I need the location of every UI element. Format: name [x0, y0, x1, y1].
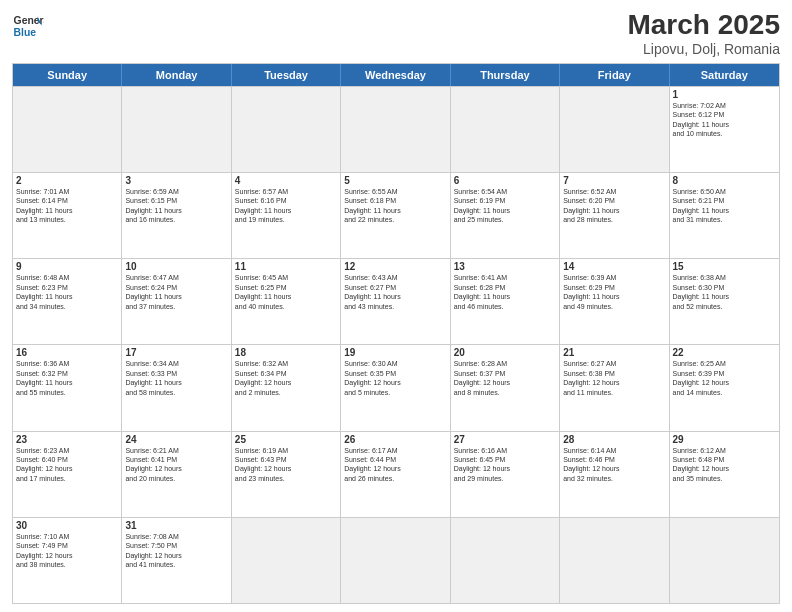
day-info: Sunrise: 6:48 AM Sunset: 6:23 PM Dayligh…: [16, 273, 118, 311]
day-info: Sunrise: 6:27 AM Sunset: 6:38 PM Dayligh…: [563, 359, 665, 397]
cal-cell: 18Sunrise: 6:32 AM Sunset: 6:34 PM Dayli…: [232, 345, 341, 430]
day-number: 11: [235, 261, 337, 272]
day-info: Sunrise: 6:50 AM Sunset: 6:21 PM Dayligh…: [673, 187, 776, 225]
day-info: Sunrise: 7:02 AM Sunset: 6:12 PM Dayligh…: [673, 101, 776, 139]
day-info: Sunrise: 7:10 AM Sunset: 7:49 PM Dayligh…: [16, 532, 118, 570]
day-info: Sunrise: 6:17 AM Sunset: 6:44 PM Dayligh…: [344, 446, 446, 484]
day-info: Sunrise: 6:12 AM Sunset: 6:48 PM Dayligh…: [673, 446, 776, 484]
calendar-body: 1Sunrise: 7:02 AM Sunset: 6:12 PM Daylig…: [13, 86, 779, 603]
week-row-6: 30Sunrise: 7:10 AM Sunset: 7:49 PM Dayli…: [13, 517, 779, 603]
day-number: 28: [563, 434, 665, 445]
week-row-5: 23Sunrise: 6:23 AM Sunset: 6:40 PM Dayli…: [13, 431, 779, 517]
day-number: 8: [673, 175, 776, 186]
cal-cell: 30Sunrise: 7:10 AM Sunset: 7:49 PM Dayli…: [13, 518, 122, 603]
day-info: Sunrise: 6:14 AM Sunset: 6:46 PM Dayligh…: [563, 446, 665, 484]
cal-cell: [670, 518, 779, 603]
day-info: Sunrise: 6:28 AM Sunset: 6:37 PM Dayligh…: [454, 359, 556, 397]
day-info: Sunrise: 6:47 AM Sunset: 6:24 PM Dayligh…: [125, 273, 227, 311]
day-number: 5: [344, 175, 446, 186]
day-info: Sunrise: 6:34 AM Sunset: 6:33 PM Dayligh…: [125, 359, 227, 397]
cal-cell: 29Sunrise: 6:12 AM Sunset: 6:48 PM Dayli…: [670, 432, 779, 517]
cal-cell: [232, 87, 341, 172]
day-number: 25: [235, 434, 337, 445]
cal-cell: [341, 87, 450, 172]
cal-cell: [341, 518, 450, 603]
day-info: Sunrise: 6:43 AM Sunset: 6:27 PM Dayligh…: [344, 273, 446, 311]
week-row-4: 16Sunrise: 6:36 AM Sunset: 6:32 PM Dayli…: [13, 344, 779, 430]
cal-cell: 8Sunrise: 6:50 AM Sunset: 6:21 PM Daylig…: [670, 173, 779, 258]
day-number: 15: [673, 261, 776, 272]
week-row-1: 1Sunrise: 7:02 AM Sunset: 6:12 PM Daylig…: [13, 86, 779, 172]
month-title: March 2025: [627, 10, 780, 41]
day-info: Sunrise: 6:54 AM Sunset: 6:19 PM Dayligh…: [454, 187, 556, 225]
cal-cell: 5Sunrise: 6:55 AM Sunset: 6:18 PM Daylig…: [341, 173, 450, 258]
calendar-header: SundayMondayTuesdayWednesdayThursdayFrid…: [13, 64, 779, 86]
cal-cell: [13, 87, 122, 172]
day-number: 3: [125, 175, 227, 186]
day-info: Sunrise: 6:36 AM Sunset: 6:32 PM Dayligh…: [16, 359, 118, 397]
cal-cell: 12Sunrise: 6:43 AM Sunset: 6:27 PM Dayli…: [341, 259, 450, 344]
day-number: 23: [16, 434, 118, 445]
cal-cell: 4Sunrise: 6:57 AM Sunset: 6:16 PM Daylig…: [232, 173, 341, 258]
day-info: Sunrise: 6:21 AM Sunset: 6:41 PM Dayligh…: [125, 446, 227, 484]
day-number: 21: [563, 347, 665, 358]
day-info: Sunrise: 6:45 AM Sunset: 6:25 PM Dayligh…: [235, 273, 337, 311]
cal-cell: 2Sunrise: 7:01 AM Sunset: 6:14 PM Daylig…: [13, 173, 122, 258]
header-day-thursday: Thursday: [451, 64, 560, 86]
day-number: 20: [454, 347, 556, 358]
logo-icon: General Blue: [12, 10, 44, 42]
day-info: Sunrise: 6:55 AM Sunset: 6:18 PM Dayligh…: [344, 187, 446, 225]
day-info: Sunrise: 7:08 AM Sunset: 7:50 PM Dayligh…: [125, 532, 227, 570]
header-day-monday: Monday: [122, 64, 231, 86]
day-info: Sunrise: 6:41 AM Sunset: 6:28 PM Dayligh…: [454, 273, 556, 311]
header-day-friday: Friday: [560, 64, 669, 86]
day-info: Sunrise: 6:59 AM Sunset: 6:15 PM Dayligh…: [125, 187, 227, 225]
cal-cell: [560, 518, 669, 603]
cal-cell: 22Sunrise: 6:25 AM Sunset: 6:39 PM Dayli…: [670, 345, 779, 430]
day-number: 31: [125, 520, 227, 531]
day-info: Sunrise: 6:30 AM Sunset: 6:35 PM Dayligh…: [344, 359, 446, 397]
cal-cell: [560, 87, 669, 172]
cal-cell: 19Sunrise: 6:30 AM Sunset: 6:35 PM Dayli…: [341, 345, 450, 430]
subtitle: Lipovu, Dolj, Romania: [627, 41, 780, 57]
day-number: 9: [16, 261, 118, 272]
day-info: Sunrise: 6:52 AM Sunset: 6:20 PM Dayligh…: [563, 187, 665, 225]
day-number: 24: [125, 434, 227, 445]
day-number: 17: [125, 347, 227, 358]
week-row-2: 2Sunrise: 7:01 AM Sunset: 6:14 PM Daylig…: [13, 172, 779, 258]
cal-cell: 7Sunrise: 6:52 AM Sunset: 6:20 PM Daylig…: [560, 173, 669, 258]
day-number: 30: [16, 520, 118, 531]
cal-cell: [232, 518, 341, 603]
page: General Blue March 2025 Lipovu, Dolj, Ro…: [0, 0, 792, 612]
header-day-tuesday: Tuesday: [232, 64, 341, 86]
day-info: Sunrise: 6:16 AM Sunset: 6:45 PM Dayligh…: [454, 446, 556, 484]
logo: General Blue: [12, 10, 44, 42]
cal-cell: 6Sunrise: 6:54 AM Sunset: 6:19 PM Daylig…: [451, 173, 560, 258]
day-info: Sunrise: 6:25 AM Sunset: 6:39 PM Dayligh…: [673, 359, 776, 397]
cal-cell: 25Sunrise: 6:19 AM Sunset: 6:43 PM Dayli…: [232, 432, 341, 517]
day-info: Sunrise: 6:32 AM Sunset: 6:34 PM Dayligh…: [235, 359, 337, 397]
cal-cell: 21Sunrise: 6:27 AM Sunset: 6:38 PM Dayli…: [560, 345, 669, 430]
cal-cell: 11Sunrise: 6:45 AM Sunset: 6:25 PM Dayli…: [232, 259, 341, 344]
cal-cell: 31Sunrise: 7:08 AM Sunset: 7:50 PM Dayli…: [122, 518, 231, 603]
cal-cell: 27Sunrise: 6:16 AM Sunset: 6:45 PM Dayli…: [451, 432, 560, 517]
day-info: Sunrise: 6:39 AM Sunset: 6:29 PM Dayligh…: [563, 273, 665, 311]
cal-cell: 28Sunrise: 6:14 AM Sunset: 6:46 PM Dayli…: [560, 432, 669, 517]
header: General Blue March 2025 Lipovu, Dolj, Ro…: [12, 10, 780, 57]
cal-cell: 13Sunrise: 6:41 AM Sunset: 6:28 PM Dayli…: [451, 259, 560, 344]
day-info: Sunrise: 6:57 AM Sunset: 6:16 PM Dayligh…: [235, 187, 337, 225]
day-number: 22: [673, 347, 776, 358]
cal-cell: 20Sunrise: 6:28 AM Sunset: 6:37 PM Dayli…: [451, 345, 560, 430]
day-info: Sunrise: 7:01 AM Sunset: 6:14 PM Dayligh…: [16, 187, 118, 225]
header-day-sunday: Sunday: [13, 64, 122, 86]
day-number: 26: [344, 434, 446, 445]
day-number: 1: [673, 89, 776, 100]
cal-cell: 17Sunrise: 6:34 AM Sunset: 6:33 PM Dayli…: [122, 345, 231, 430]
cal-cell: 16Sunrise: 6:36 AM Sunset: 6:32 PM Dayli…: [13, 345, 122, 430]
cal-cell: 3Sunrise: 6:59 AM Sunset: 6:15 PM Daylig…: [122, 173, 231, 258]
day-info: Sunrise: 6:19 AM Sunset: 6:43 PM Dayligh…: [235, 446, 337, 484]
day-number: 7: [563, 175, 665, 186]
day-number: 19: [344, 347, 446, 358]
day-number: 18: [235, 347, 337, 358]
cal-cell: [122, 87, 231, 172]
